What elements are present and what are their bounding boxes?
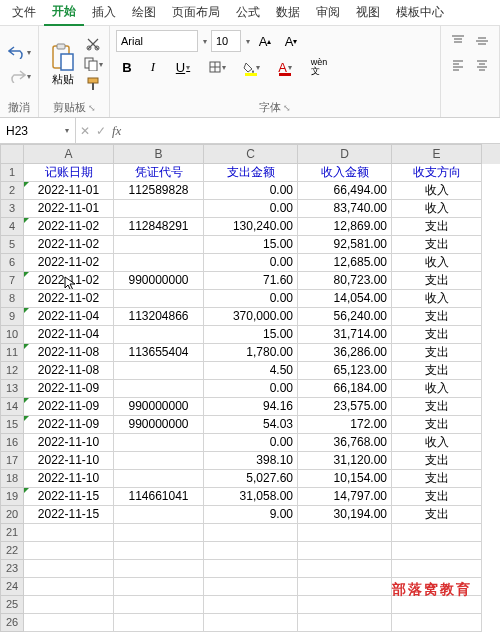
cell[interactable]: 收入金额	[298, 164, 392, 182]
cell[interactable]: 支出金额	[204, 164, 298, 182]
cell[interactable]	[204, 578, 298, 596]
cell[interactable]	[24, 560, 114, 578]
cell[interactable]: 2022-11-02	[24, 236, 114, 254]
cell[interactable]: 支出	[392, 218, 482, 236]
cell[interactable]: 2022-11-09	[24, 416, 114, 434]
border-button[interactable]: ▾	[202, 56, 232, 78]
paste-button[interactable]: 粘贴	[45, 42, 81, 87]
formula-input[interactable]	[125, 118, 500, 143]
menu-item-8[interactable]: 视图	[348, 0, 388, 26]
cell[interactable]: 31,058.00	[204, 488, 298, 506]
row-header[interactable]: 8	[0, 290, 24, 308]
row-header[interactable]: 2	[0, 182, 24, 200]
cell[interactable]	[298, 560, 392, 578]
cell[interactable]: 支出	[392, 416, 482, 434]
cell[interactable]	[392, 560, 482, 578]
cell[interactable]: 990000000	[114, 272, 204, 290]
cell[interactable]	[114, 542, 204, 560]
cell[interactable]: 2022-11-01	[24, 200, 114, 218]
cell[interactable]: 398.10	[204, 452, 298, 470]
cell[interactable]: 收入	[392, 200, 482, 218]
cell[interactable]: 15.00	[204, 326, 298, 344]
cell[interactable]: 112589828	[114, 182, 204, 200]
row-header[interactable]: 15	[0, 416, 24, 434]
cell[interactable]	[204, 614, 298, 632]
cell[interactable]: 12,685.00	[298, 254, 392, 272]
cell[interactable]: 收入	[392, 434, 482, 452]
font-size-select[interactable]	[211, 30, 241, 52]
cell[interactable]: 80,723.00	[298, 272, 392, 290]
increase-font-button[interactable]: A▴	[254, 30, 276, 52]
column-header[interactable]: A	[24, 144, 114, 164]
cell[interactable]: 83,740.00	[298, 200, 392, 218]
cell[interactable]: 14,797.00	[298, 488, 392, 506]
cell[interactable]: 66,494.00	[298, 182, 392, 200]
cell[interactable]: 23,575.00	[298, 398, 392, 416]
cell[interactable]: 94.16	[204, 398, 298, 416]
row-header[interactable]: 17	[0, 452, 24, 470]
confirm-formula-icon[interactable]: ✓	[96, 124, 106, 138]
row-header[interactable]: 6	[0, 254, 24, 272]
cell[interactable]: 收支方向	[392, 164, 482, 182]
cell[interactable]: 2022-11-04	[24, 326, 114, 344]
cell[interactable]	[114, 236, 204, 254]
menu-item-3[interactable]: 绘图	[124, 0, 164, 26]
font-expand-icon[interactable]: ⤡	[283, 103, 291, 113]
cell[interactable]: 2022-11-02	[24, 272, 114, 290]
menu-item-6[interactable]: 数据	[268, 0, 308, 26]
cell[interactable]	[114, 524, 204, 542]
cell[interactable]: 支出	[392, 362, 482, 380]
cell[interactable]: 15.00	[204, 236, 298, 254]
cell[interactable]	[114, 380, 204, 398]
cell[interactable]: 112848291	[114, 218, 204, 236]
cell[interactable]	[392, 614, 482, 632]
cell[interactable]: 凭证代号	[114, 164, 204, 182]
cell[interactable]: 2022-11-02	[24, 290, 114, 308]
cell[interactable]: 收入	[392, 380, 482, 398]
cell[interactable]: 支出	[392, 236, 482, 254]
cell[interactable]: 收入	[392, 182, 482, 200]
cell[interactable]: 0.00	[204, 200, 298, 218]
row-header[interactable]: 9	[0, 308, 24, 326]
cell[interactable]	[114, 596, 204, 614]
cell[interactable]: 14,054.00	[298, 290, 392, 308]
cell[interactable]	[114, 506, 204, 524]
menu-item-5[interactable]: 公式	[228, 0, 268, 26]
cell[interactable]	[114, 470, 204, 488]
row-header[interactable]: 3	[0, 200, 24, 218]
copy-button[interactable]: ▾	[83, 55, 103, 73]
cell[interactable]: 支出	[392, 272, 482, 290]
row-header[interactable]: 16	[0, 434, 24, 452]
cell[interactable]	[392, 524, 482, 542]
chevron-down-icon[interactable]: ▾	[246, 37, 250, 46]
cell[interactable]: 2022-11-01	[24, 182, 114, 200]
cell[interactable]	[204, 524, 298, 542]
cell[interactable]: 支出	[392, 506, 482, 524]
font-color-button[interactable]: A▾	[270, 56, 300, 78]
cell[interactable]: 56,240.00	[298, 308, 392, 326]
phonetic-button[interactable]: wèn 文	[304, 56, 334, 78]
cell[interactable]: 66,184.00	[298, 380, 392, 398]
cell[interactable]	[114, 362, 204, 380]
column-header[interactable]: D	[298, 144, 392, 164]
cell[interactable]	[24, 542, 114, 560]
cell[interactable]: 9.00	[204, 506, 298, 524]
redo-button[interactable]: ▾	[6, 65, 32, 87]
cell[interactable]: 65,123.00	[298, 362, 392, 380]
cell[interactable]: 113204866	[114, 308, 204, 326]
menu-item-4[interactable]: 页面布局	[164, 0, 228, 26]
cell[interactable]: 172.00	[298, 416, 392, 434]
row-header[interactable]: 18	[0, 470, 24, 488]
decrease-font-button[interactable]: A▾	[280, 30, 302, 52]
cell[interactable]	[114, 614, 204, 632]
cell[interactable]: 2022-11-09	[24, 398, 114, 416]
cell[interactable]: 92,581.00	[298, 236, 392, 254]
row-header[interactable]: 26	[0, 614, 24, 632]
menu-item-0[interactable]: 文件	[4, 0, 44, 26]
align-top-button[interactable]	[447, 30, 469, 52]
cut-button[interactable]	[83, 35, 103, 53]
cell[interactable]	[114, 290, 204, 308]
cell[interactable]: 370,000.00	[204, 308, 298, 326]
cell[interactable]	[114, 452, 204, 470]
row-header[interactable]: 5	[0, 236, 24, 254]
